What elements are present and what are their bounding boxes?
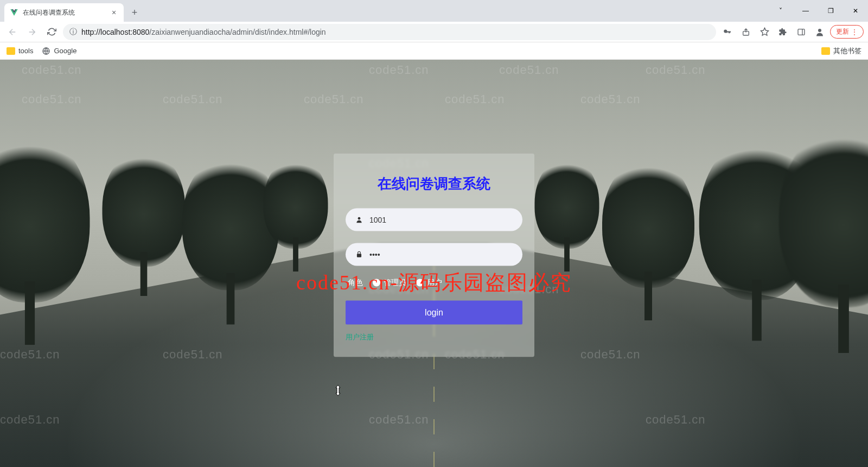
role-radio-user[interactable]: 用户 xyxy=(416,278,442,288)
password-input[interactable] xyxy=(369,250,513,259)
share-icon[interactable] xyxy=(738,24,754,40)
tab-title: 在线问卷调查系统 xyxy=(23,8,105,17)
reload-button[interactable] xyxy=(43,24,60,40)
bookmark-other[interactable]: 其他书签 xyxy=(821,46,861,56)
login-title: 在线问卷调查系统 xyxy=(346,174,522,193)
tab-strip: 在线问卷调查系统 × + ˅ ― ❐ ✕ xyxy=(0,0,868,22)
forward-button[interactable] xyxy=(24,24,40,40)
star-icon[interactable] xyxy=(756,24,773,40)
svg-point-3 xyxy=(818,29,821,32)
url-text: http://localhost:8080/zaixianwenjuandiao… xyxy=(81,28,326,36)
update-button[interactable]: 更新⋮ xyxy=(830,25,864,39)
back-button[interactable] xyxy=(4,24,21,40)
side-panel-icon[interactable] xyxy=(793,24,809,40)
globe-icon xyxy=(42,47,50,55)
bookmark-tools[interactable]: tools xyxy=(7,47,33,55)
radio-icon xyxy=(373,279,380,287)
site-info-icon[interactable]: ⓘ xyxy=(69,27,77,37)
password-field-wrapper xyxy=(346,243,522,266)
address-bar: ⓘ http://localhost:8080/zaixianwenjuandi… xyxy=(0,22,868,42)
maximize-button[interactable]: ❐ xyxy=(818,0,843,22)
lock-icon xyxy=(355,251,363,258)
username-input[interactable] xyxy=(369,216,513,224)
folder-icon xyxy=(7,47,15,55)
username-field-wrapper xyxy=(346,209,522,231)
caret-down-icon[interactable]: ˅ xyxy=(768,0,793,22)
svg-rect-6 xyxy=(357,254,361,257)
radio-icon xyxy=(416,279,424,287)
register-link[interactable]: 用户注册 xyxy=(346,332,374,342)
role-label: 角色 xyxy=(348,278,363,288)
login-button[interactable]: login xyxy=(346,301,522,325)
page-content: code51.cn code51.cn code51.cn code51.cn … xyxy=(0,60,868,467)
tab-close-icon[interactable]: × xyxy=(110,8,118,17)
extensions-icon[interactable] xyxy=(775,24,791,40)
bookmark-google[interactable]: Google xyxy=(42,47,76,55)
bookmark-bar: tools Google 其他书签 xyxy=(0,42,868,60)
close-window-button[interactable]: ✕ xyxy=(843,0,868,22)
key-icon[interactable] xyxy=(719,24,736,40)
login-panel: 在线问卷调查系统 角色 管理员 用户 login 用户注册 xyxy=(334,154,534,357)
svg-point-5 xyxy=(358,217,361,220)
profile-icon[interactable] xyxy=(812,24,828,40)
vue-favicon-icon xyxy=(10,8,18,17)
svg-rect-1 xyxy=(798,29,805,35)
role-radio-admin[interactable]: 管理员 xyxy=(373,278,406,288)
url-field[interactable]: ⓘ http://localhost:8080/zaixianwenjuandi… xyxy=(63,24,716,40)
role-row: 角色 管理员 用户 xyxy=(348,278,522,288)
new-tab-button[interactable]: + xyxy=(127,5,142,20)
folder-icon xyxy=(821,47,830,55)
browser-tab[interactable]: 在线问卷调查系统 × xyxy=(4,3,124,22)
user-icon xyxy=(355,216,363,224)
window-controls: ˅ ― ❐ ✕ xyxy=(768,0,868,22)
minimize-button[interactable]: ― xyxy=(793,0,818,22)
